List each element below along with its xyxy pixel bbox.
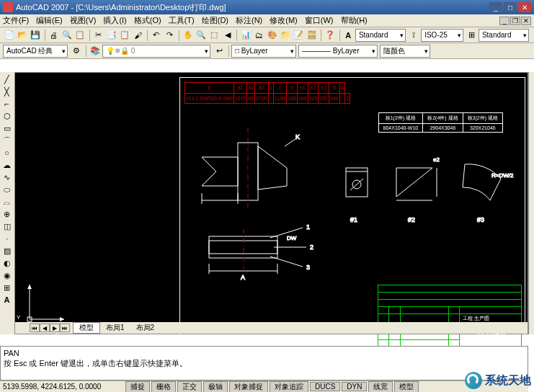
publish-icon[interactable]: 📋 — [74, 29, 86, 42]
toolpal-icon[interactable]: 🎨 — [266, 29, 278, 42]
preview-icon[interactable]: 🔍 — [61, 29, 73, 42]
zoom-prev-icon[interactable]: ◀ — [221, 29, 233, 42]
block-icon[interactable]: ◫ — [1, 220, 13, 232]
status-bar: 5139.5998, 4224.6125, 0.0000 捕捉 栅格 正交 极轴… — [0, 380, 528, 392]
sheet-icon[interactable]: 📁 — [279, 29, 291, 42]
paste-icon[interactable]: 📋 — [119, 29, 131, 42]
svg-rect-11 — [209, 236, 277, 258]
spec-table: 板1(2件) 规格板2(4件) 规格板3(2件) 规格 804X1040-W10… — [378, 112, 503, 133]
tab-next-icon[interactable]: ▶ — [50, 324, 60, 332]
zoom-window-icon[interactable]: ⬚ — [208, 29, 221, 42]
vertical-scrollbar[interactable] — [528, 72, 534, 334]
circle-icon[interactable]: ○ — [1, 147, 13, 159]
menu-tools[interactable]: 工具(T) — [169, 15, 195, 26]
menu-help[interactable]: 帮助(H) — [341, 15, 368, 26]
menu-dimension[interactable]: 标注(N) — [236, 15, 262, 26]
dimstyle-icon[interactable]: ⟟ — [408, 29, 420, 42]
point-icon[interactable]: · — [1, 233, 13, 244]
dim-style-dropdown[interactable]: ISO-25 — [421, 29, 463, 42]
open-icon[interactable]: 📂 — [16, 29, 28, 42]
spline-icon[interactable]: ∿ — [1, 172, 13, 183]
svg-text:A: A — [241, 274, 245, 281]
ellipsearc-icon[interactable]: ⌓ — [1, 196, 13, 208]
polar-toggle[interactable]: 极轴 — [203, 381, 228, 393]
copy-icon[interactable]: 📑 — [105, 29, 117, 42]
pan-icon[interactable]: ✋ — [182, 29, 194, 42]
revcloud-icon[interactable]: ☁ — [1, 159, 13, 171]
command-line[interactable]: PAN 按 Esc 或 Enter 键退出，或单击右键显示快捷菜单。 — [0, 346, 528, 380]
cut-icon[interactable]: ✂ — [92, 29, 104, 42]
menu-draw[interactable]: 绘图(D) — [202, 15, 228, 26]
layer-dropdown[interactable]: 💡❄🔒 0 — [102, 45, 210, 58]
menu-format[interactable]: 格式(O) — [134, 15, 161, 26]
tab-layout2[interactable]: 布局2 — [130, 323, 161, 333]
doc-minimize-button[interactable]: _ — [499, 17, 509, 25]
pline-icon[interactable]: ⌐ — [1, 98, 13, 110]
region-icon[interactable]: ◉ — [1, 270, 13, 281]
close-button[interactable]: ✕ — [518, 2, 531, 12]
menu-window[interactable]: 窗口(W) — [305, 15, 334, 26]
tablestyle-icon[interactable]: ⊞ — [466, 29, 478, 42]
menu-file[interactable]: 文件(F) — [3, 15, 29, 26]
table-icon[interactable]: ⊞ — [1, 282, 13, 293]
menu-view[interactable]: 视图(V) — [70, 15, 97, 26]
layer-prev-icon[interactable]: ↩ — [213, 45, 226, 58]
maximize-button[interactable]: □ — [504, 2, 517, 12]
tab-prev-icon[interactable]: ◀ — [40, 324, 50, 332]
drawing-geometry: K A 1 2 3 DW #1 e2 — [180, 78, 526, 352]
layer-props-icon[interactable]: 📚 — [89, 45, 102, 58]
help-icon[interactable]: ❓ — [324, 29, 336, 42]
workspace-toolbar: AutoCAD 经典 ⚙ 📚 💡❄🔒 0 ↩ □ ByLayer ———— By… — [0, 43, 534, 59]
lineweight-dropdown[interactable]: 随颜色 — [380, 45, 430, 58]
ducs-toggle[interactable]: DUCS — [310, 382, 340, 391]
tab-first-icon[interactable]: ⏮ — [30, 324, 40, 332]
linetype-dropdown[interactable]: ———— ByLayer — [298, 45, 378, 58]
model-toggle[interactable]: 模型 — [394, 381, 419, 393]
line-icon[interactable]: ╱ — [1, 74, 13, 85]
menu-insert[interactable]: 插入(I) — [103, 15, 126, 26]
menu-modify[interactable]: 修改(M) — [270, 15, 298, 26]
doc-restore-button[interactable]: ❐ — [510, 17, 520, 25]
gradient-icon[interactable]: ◐ — [1, 257, 13, 269]
insert-icon[interactable]: ⊕ — [1, 208, 13, 220]
lwt-toggle[interactable]: 线宽 — [368, 381, 393, 393]
otrack-toggle[interactable]: 对象追踪 — [270, 381, 308, 393]
osnap-toggle[interactable]: 对象捕捉 — [229, 381, 268, 393]
markup-icon[interactable]: 📝 — [293, 29, 305, 42]
redo-icon[interactable]: ↷ — [164, 29, 176, 42]
match-icon[interactable]: 🖌 — [132, 29, 144, 42]
tab-model[interactable]: 模型 — [73, 322, 100, 334]
arc-icon[interactable]: ⌒ — [1, 135, 13, 146]
properties-icon[interactable]: 📊 — [239, 29, 252, 42]
minimize-button[interactable]: _ — [489, 2, 502, 12]
polygon-icon[interactable]: ⬡ — [1, 110, 13, 122]
calc-icon[interactable]: 🧮 — [306, 29, 318, 42]
text-style-dropdown[interactable]: Standard — [355, 29, 406, 42]
dyn-toggle[interactable]: DYN — [342, 382, 367, 391]
rectangle-icon[interactable]: ▭ — [1, 122, 13, 134]
new-icon[interactable]: 📄 — [3, 29, 15, 42]
tab-last-icon[interactable]: ⏭ — [60, 324, 70, 332]
drawing-area[interactable]: Y X #a1a2a3bcde1e2e3BA J14-1 DW500 A=840… — [14, 72, 528, 334]
save-icon[interactable]: 💾 — [30, 29, 42, 42]
table-style-dropdown[interactable]: Standard — [479, 29, 529, 42]
doc-close-button[interactable]: ✕ — [521, 17, 531, 25]
ws-settings-icon[interactable]: ⚙ — [70, 45, 83, 58]
workspace-dropdown[interactable]: AutoCAD 经典 — [3, 45, 68, 58]
xline-icon[interactable]: ╳ — [1, 86, 13, 97]
grid-toggle[interactable]: 栅格 — [151, 381, 176, 393]
menu-edit[interactable]: 编辑(E) — [36, 15, 63, 26]
zoom-icon[interactable]: 🔍 — [195, 29, 207, 42]
ellipse-icon[interactable]: ⬭ — [1, 184, 13, 195]
textstyle-icon[interactable]: A — [342, 29, 355, 42]
layout-tabs: ⏮ ◀ ▶ ⏭ 模型 布局1 布局2 — [15, 322, 528, 334]
snap-toggle[interactable]: 捕捉 — [125, 381, 150, 393]
undo-icon[interactable]: ↶ — [150, 29, 162, 42]
mtext-icon[interactable]: A — [1, 294, 13, 306]
dcenter-icon[interactable]: 🗂 — [253, 29, 265, 42]
print-icon[interactable]: 🖨 — [48, 29, 60, 42]
color-dropdown[interactable]: □ ByLayer — [231, 45, 296, 58]
ortho-toggle[interactable]: 正交 — [177, 381, 202, 393]
tab-layout1[interactable]: 布局1 — [100, 323, 130, 333]
hatch-icon[interactable]: ▨ — [1, 245, 13, 257]
